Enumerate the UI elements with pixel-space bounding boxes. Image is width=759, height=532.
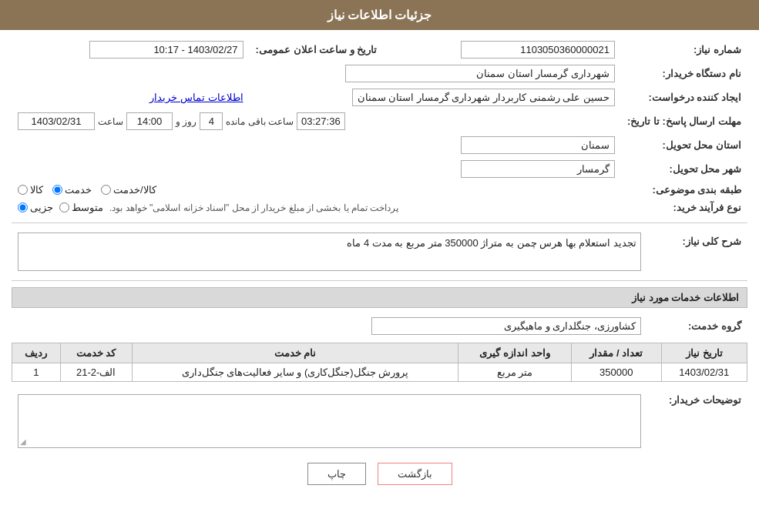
radio-kala[interactable]: کالا: [18, 184, 43, 196]
ostan-tahvil-label: استان محل تحویل:: [621, 133, 747, 157]
btn-bazgasht[interactable]: بازگشت: [378, 463, 452, 485]
cell-name: پرورش جنگل(جنگل‌کاری) و سایر فعالیت‌های …: [132, 363, 458, 382]
btn-chap[interactable]: چاپ: [307, 463, 366, 485]
resize-icon: ◢: [20, 437, 26, 446]
divider-2: [12, 280, 747, 281]
radio-khadamat-label: خدمت: [65, 184, 92, 196]
shomara-niaz-label: شماره نیاز:: [621, 38, 747, 62]
gorohe-khadamat-label: گروه خدمت:: [647, 314, 747, 338]
page-title: جزئیات اطلاعات نیاز: [0, 0, 759, 30]
nam-dastgah-label: نام دستگاه خریدار:: [621, 62, 747, 85]
radio-kala-input[interactable]: [18, 185, 28, 195]
ijad-konande-value: حسین علی رشمنی کاربردار شهرداری گرمسار ا…: [352, 89, 615, 106]
mohlat-ersal-label: مهلت ارسال پاسخ: تا تاریخ:: [621, 109, 747, 133]
cell-tedad: 350000: [571, 363, 661, 382]
col-radif: ردیف: [12, 343, 61, 363]
tarikh-ilan-value: 1403/02/27 - 10:17: [89, 41, 243, 59]
radio-jozii-input[interactable]: [18, 202, 28, 212]
radio-kala-khadamat[interactable]: کالا/خدمت: [101, 184, 156, 196]
tabaqe-label: طبقه بندی موضوعی:: [621, 181, 747, 199]
cell-vahed: متر مربع: [458, 363, 572, 382]
tarikh-ilan-label: تاریخ و ساعت اعلان عمومی:: [250, 38, 384, 62]
col-tarikh: تاریخ نیاز: [661, 343, 747, 363]
cell-radif: 1: [12, 363, 61, 382]
mande-value: 03:27:36: [297, 112, 345, 130]
date-value: 1403/02/31: [18, 112, 95, 130]
divider-1: [12, 223, 747, 223]
shahr-tahvil-label: شهر محل تحویل:: [621, 157, 747, 181]
services-table: تاریخ نیاز تعداد / مقدار واحد اندازه گیر…: [12, 343, 747, 382]
ettelaat-link[interactable]: اطلاعات تماس خریدار: [149, 92, 243, 103]
col-name: نام خدمت: [132, 343, 458, 363]
radio-kala-khadamat-input[interactable]: [101, 185, 111, 195]
saat-label: ساعت: [98, 116, 123, 127]
noe-farayand-label: نوع فرآیند خرید:: [621, 199, 747, 216]
col-code: کد خدمت: [60, 343, 132, 363]
radio-motevaset-label: متوسط: [72, 202, 103, 213]
radio-kala-khadamat-label: کالا/خدمت: [113, 184, 156, 196]
col-vahed: واحد اندازه گیری: [458, 343, 572, 363]
tozihat-label: توضیحات خریدار:: [647, 388, 747, 451]
nam-dastgah-value: شهرداری گرمسار استان سمنان: [345, 65, 615, 82]
radio-motevaset[interactable]: متوسط: [59, 202, 103, 213]
ijad-konande-label: ایجاد کننده درخواست:: [621, 85, 747, 109]
buttons-row: بازگشت چاپ: [12, 463, 747, 485]
sharh-koli-label: شرح کلی نیاز:: [647, 229, 747, 274]
cell-tarikh: 1403/02/31: [661, 363, 747, 382]
khadamat-section-header: اطلاعات خدمات مورد نیاز: [12, 287, 747, 308]
radio-khadamat-input[interactable]: [52, 185, 62, 195]
sharh-koli-value: تجدید استعلام بها هرس چمن به متراژ 35000…: [18, 233, 641, 271]
radio-jozii-label: جزیی: [30, 202, 53, 213]
radio-jozii[interactable]: جزیی: [18, 202, 53, 213]
saat-value: 14:00: [126, 112, 173, 130]
noe-description: پرداخت تمام یا بخشی از مبلغ خریدار از مح…: [109, 202, 398, 213]
radio-khadamat[interactable]: خدمت: [52, 184, 92, 196]
radio-kala-label: کالا: [30, 184, 43, 196]
tozihat-box: ◢: [18, 394, 641, 448]
table-row: 1403/02/31 350000 متر مربع پرورش جنگل(جن…: [12, 363, 747, 382]
radio-motevaset-input[interactable]: [59, 202, 69, 212]
col-tedad: تعداد / مقدار: [571, 343, 661, 363]
shahr-tahvil-value: گرمسار: [461, 160, 615, 178]
roz-value: 4: [200, 112, 223, 130]
mande-label: ساعت باقی مانده: [226, 116, 294, 127]
ostan-tahvil-value: سمنان: [461, 136, 615, 154]
shomara-niaz-value: 1103050360000021: [461, 41, 615, 59]
cell-code: الف-2-21: [60, 363, 132, 382]
gorohe-khadamat-value: کشاورزی، جنگلداری و ماهیگیری: [371, 317, 641, 335]
roz-label: روز و: [176, 116, 196, 127]
